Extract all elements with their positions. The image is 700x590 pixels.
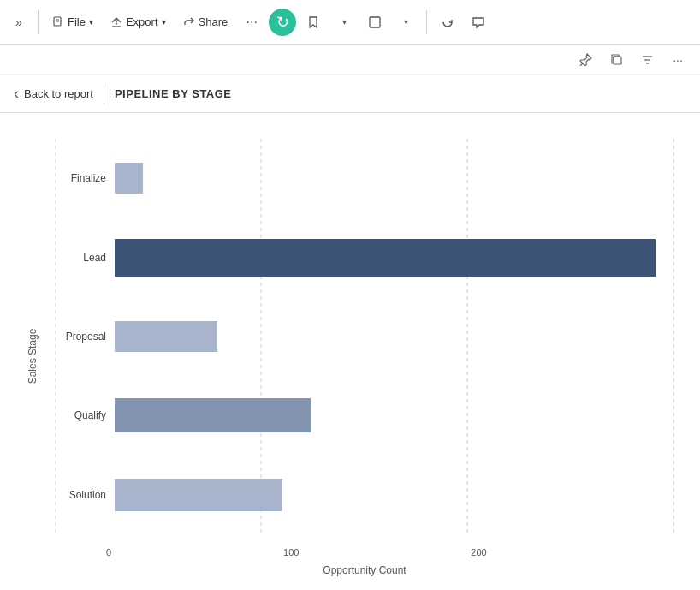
expand-icon: » [15,15,22,29]
copy-button[interactable] [604,48,628,72]
export-icon [110,16,122,28]
pin-button[interactable] [573,48,597,72]
layout-icon [368,15,382,29]
chart-inner: Sales Stage Finalize [17,130,674,581]
x-tick-0: 0 [106,547,111,557]
back-chevron-icon: ‹ [14,85,19,103]
share-label: Share [199,15,228,28]
comment-button[interactable] [465,9,492,36]
sub-more-button[interactable]: ··· [666,48,690,72]
bar-row-finalize: Finalize [55,156,674,200]
x-axis-label: Opportunity Count [55,562,674,577]
layout-button[interactable] [361,9,389,36]
svg-line-3 [116,18,121,22]
sub-toolbar: ··· [0,45,700,75]
export-chevron: ▾ [162,17,166,27]
share-icon [183,16,195,28]
export-button[interactable]: Export ▾ [104,12,173,32]
bar-track-proposal [115,314,674,359]
file-button[interactable]: File ▾ [45,12,100,32]
page-title: PIPELINE BY STAGE [115,87,232,100]
toolbar: » File ▾ Export ▾ Share ··· ↻ ▾ ▾ [0,0,700,45]
refresh-button[interactable]: ↻ [269,9,296,36]
toolbar-divider-2 [426,10,427,34]
svg-line-4 [112,18,116,22]
bar-label-proposal: Proposal [55,331,106,343]
bookmark-button[interactable] [300,9,327,36]
more-options-button[interactable]: ··· [238,9,265,36]
x-axis-ticks: 0 100 200 300 [106,547,674,557]
bar-track-solution [115,473,674,517]
reload-button[interactable] [434,9,461,36]
nav-bar: ‹ Back to report PIPELINE BY STAGE [0,75,700,113]
layout-chevron[interactable]: ▾ [392,9,419,36]
bar-label-finalize: Finalize [55,172,106,184]
bookmark-icon [306,15,320,29]
back-label: Back to report [24,87,93,100]
reload-icon [441,15,454,29]
svg-rect-8 [614,57,621,64]
file-chevron: ▾ [89,17,93,27]
toolbar-divider-1 [38,10,39,34]
bar-lead [115,239,656,277]
bar-finalize [115,163,143,194]
sub-more-icon: ··· [673,53,683,67]
bar-solution [115,479,282,511]
pin-icon [579,53,592,66]
bar-row-qualify: Qualify [55,393,674,438]
bar-label-qualify: Qualify [55,409,106,421]
bar-track-finalize [115,156,674,200]
bars-area: Finalize Lead Proposal [55,139,674,534]
bar-track-lead [115,235,674,280]
bar-row-solution: Solution [55,473,674,517]
x-tick-100: 100 [283,547,299,557]
more-icon: ··· [246,15,258,30]
x-axis-title: Opportunity Count [323,564,406,576]
filter-button[interactable] [635,48,659,72]
back-to-report-button[interactable]: ‹ Back to report [14,85,93,103]
file-icon [52,16,64,28]
x-tick-200: 200 [471,547,486,557]
bar-label-lead: Lead [55,252,106,264]
export-label: Export [126,15,158,28]
bar-qualify [115,398,311,432]
refresh-icon: ↻ [276,13,289,32]
bar-label-solution: Solution [55,489,106,501]
file-label: File [68,15,86,28]
comment-icon [472,15,485,29]
svg-rect-7 [370,17,380,27]
bookmark-chevron[interactable]: ▾ [330,9,358,36]
nav-divider [104,84,104,104]
expand-panel-button[interactable]: » [7,10,31,34]
bar-row-proposal: Proposal [55,314,674,359]
share-button[interactable]: Share [176,12,235,32]
bar-track-qualify [115,393,674,438]
chart-container: Sales Stage Finalize [0,113,700,590]
copy-icon [610,53,623,66]
bar-row-lead: Lead [55,235,674,280]
bar-proposal [115,321,217,352]
filter-icon [641,53,654,66]
